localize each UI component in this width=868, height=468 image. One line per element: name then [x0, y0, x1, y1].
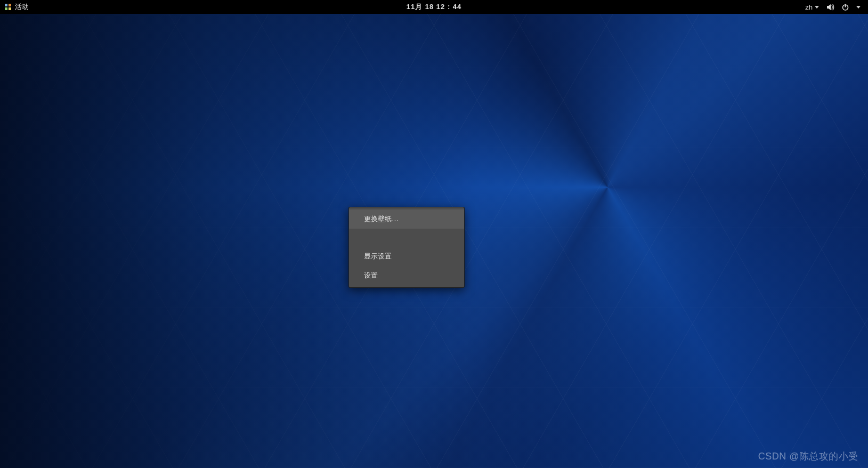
desktop-context-menu: 更换壁纸… 显示设置 设置	[348, 207, 465, 288]
chevron-down-icon	[815, 6, 819, 9]
activities-icon[interactable]	[4, 3, 12, 11]
menu-item-change-wallpaper[interactable]: 更换壁纸…	[349, 209, 464, 229]
svg-rect-0	[5, 4, 7, 6]
svg-rect-1	[9, 4, 11, 6]
watermark-text: CSDN @陈总攻的小受	[758, 450, 858, 463]
power-icon[interactable]	[842, 4, 849, 11]
activities-button[interactable]: 活动	[15, 2, 29, 12]
clock[interactable]: 11月 18 12 : 44	[407, 2, 462, 12]
menu-item-settings[interactable]: 设置	[349, 266, 464, 285]
top-panel: 活动 11月 18 12 : 44 zh	[0, 0, 868, 14]
svg-rect-3	[9, 7, 11, 10]
input-method-label: zh	[805, 3, 813, 11]
system-menu-chevron-down-icon[interactable]	[856, 6, 861, 9]
menu-item-display-settings[interactable]: 显示设置	[349, 247, 464, 266]
input-method-indicator[interactable]: zh	[805, 3, 819, 11]
volume-icon[interactable]	[826, 4, 834, 11]
menu-spacer	[349, 229, 464, 247]
svg-rect-2	[5, 7, 7, 10]
